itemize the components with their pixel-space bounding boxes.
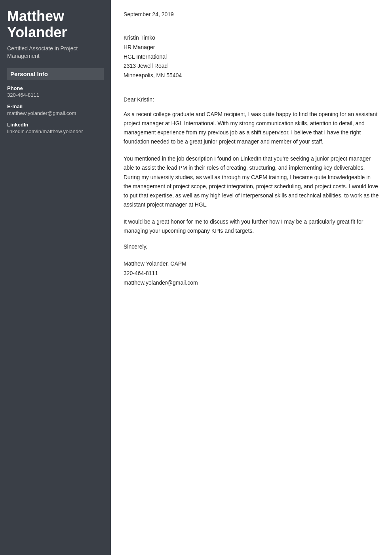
- sidebar: Matthew Yolander Certified Associate in …: [0, 0, 111, 555]
- letter-date: September 24, 2019: [124, 11, 379, 17]
- linkedin-block: LinkedIn linkedin.com/in/matthew.yolande…: [7, 122, 104, 134]
- phone-label: Phone: [7, 85, 104, 91]
- recipient-city: Minneapolis, MN 55404: [124, 71, 379, 80]
- sig-email: matthew.yolander@gmail.com: [124, 278, 379, 288]
- signature-block: Matthew Yolander, CAPM 320-464-8111 matt…: [124, 259, 379, 287]
- email-block: E-mail matthew.yolander@gmail.com: [7, 103, 104, 116]
- recipient-block: Kristin Timko HR Manager HGL Internation…: [124, 33, 379, 80]
- recipient-address: 2313 Jewell Road: [124, 61, 379, 71]
- greeting: Dear Kristin:: [124, 96, 379, 103]
- linkedin-value: linkedin.com/in/matthew.yolander: [7, 128, 104, 134]
- paragraph-2: You mentioned in the job description I f…: [124, 154, 379, 209]
- sidebar-name: Matthew Yolander: [7, 8, 104, 41]
- recipient-company: HGL International: [124, 52, 379, 62]
- linkedin-label: LinkedIn: [7, 122, 104, 128]
- recipient-name: Kristin Timko: [124, 33, 379, 43]
- paragraph-3: It would be a great honor for me to disc…: [124, 217, 379, 235]
- closing: Sincerely,: [124, 243, 379, 250]
- paragraph-1: As a recent college graduate and CAPM re…: [124, 110, 379, 146]
- email-label: E-mail: [7, 103, 104, 109]
- phone-block: Phone 320-464-8111: [7, 85, 104, 98]
- letter-body: September 24, 2019 Kristin Timko HR Mana…: [111, 0, 392, 555]
- sig-phone: 320-464-8111: [124, 269, 379, 278]
- email-value: matthew.yolander@gmail.com: [7, 110, 104, 116]
- recipient-title: HR Manager: [124, 43, 379, 52]
- personal-info-heading: Personal Info: [7, 68, 104, 80]
- sig-name: Matthew Yolander, CAPM: [124, 259, 379, 269]
- sidebar-subtitle: Certified Associate in Project Managemen…: [7, 45, 104, 60]
- phone-value: 320-464-8111: [7, 92, 104, 98]
